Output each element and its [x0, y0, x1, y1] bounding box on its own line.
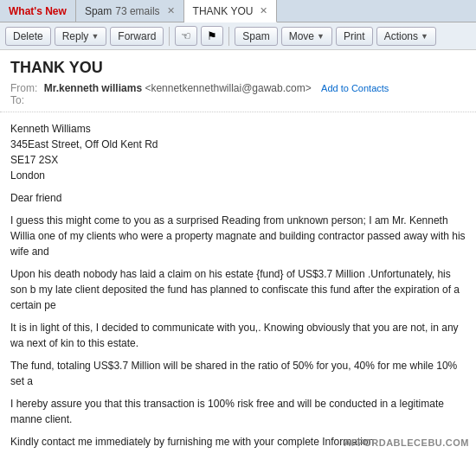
- delete-label: Delete: [13, 30, 43, 42]
- email-to-row: To:: [10, 94, 466, 106]
- reply-button[interactable]: Reply ▼: [55, 27, 107, 46]
- tab-thank-you[interactable]: THANK YOU ✕: [184, 0, 278, 22]
- email-meta: From: Mr.kenneth williams <kennetkenneth…: [0, 80, 476, 112]
- reply-label: Reply: [62, 30, 89, 42]
- tab-whats-new-label: What's New: [9, 5, 67, 17]
- tab-whats-new[interactable]: What's New: [0, 0, 76, 22]
- from-email: <kennetkennethwillai@gawab.com>: [145, 82, 311, 94]
- tab-spam[interactable]: Spam 73 emails ✕: [76, 0, 184, 22]
- forward-button[interactable]: Forward: [110, 27, 164, 46]
- move-label: Move: [289, 30, 314, 42]
- email-subject: THANK YOU: [0, 50, 476, 80]
- forward-label: Forward: [118, 30, 156, 42]
- body-paragraph: Dear friend: [10, 190, 466, 206]
- from-name: Mr.kenneth williams: [44, 82, 142, 94]
- body-paragraph: Upon his death nobody has laid a claim o…: [10, 266, 466, 313]
- tab-thank-you-label: THANK YOU: [193, 5, 254, 17]
- tab-spam-close[interactable]: ✕: [167, 5, 175, 16]
- tab-spam-label: Spam: [85, 5, 112, 17]
- move-button[interactable]: Move ▼: [281, 27, 332, 46]
- actions-label: Actions: [384, 30, 418, 42]
- hand-icon-button[interactable]: ☜: [175, 26, 197, 46]
- email-from-row: From: Mr.kenneth williams <kennetkenneth…: [10, 82, 466, 94]
- flag-icon-button[interactable]: ⚑: [201, 26, 223, 46]
- body-paragraph: It is in light of this, I decided to com…: [10, 320, 466, 351]
- actions-arrow-icon: ▼: [421, 32, 428, 41]
- watermark: AFFORDABLECEBU.COM: [344, 437, 469, 448]
- spam-label: Spam: [242, 30, 269, 42]
- add-contact-link[interactable]: Add to Contacts: [321, 83, 389, 93]
- email-body: Kenneth Williams345East Street, Off Old …: [0, 112, 476, 453]
- print-button[interactable]: Print: [336, 27, 373, 46]
- toolbar-separator-2: [228, 27, 229, 46]
- body-paragraph: Kenneth Williams345East Street, Off Old …: [10, 121, 466, 183]
- move-arrow-icon: ▼: [317, 32, 325, 41]
- print-label: Print: [344, 30, 365, 42]
- reply-arrow-icon: ▼: [91, 32, 99, 41]
- body-paragraph: I hereby assure you that this transactio…: [10, 396, 466, 427]
- body-paragraph: I guess this might come to you as a surp…: [10, 213, 466, 259]
- actions-button[interactable]: Actions ▼: [376, 27, 436, 46]
- tab-spam-count: 73 emails: [115, 5, 159, 17]
- toolbar: Delete Reply ▼ Forward ☜ ⚑ Spam Move ▼ P…: [0, 22, 476, 50]
- body-paragraph: The fund, totaling US$3.7 Million will b…: [10, 358, 466, 389]
- tab-thank-you-close[interactable]: ✕: [260, 5, 267, 16]
- spam-button[interactable]: Spam: [235, 27, 277, 46]
- from-label: From:: [10, 82, 37, 94]
- toolbar-separator-1: [169, 27, 170, 46]
- delete-button[interactable]: Delete: [5, 27, 51, 46]
- to-label: To:: [10, 94, 24, 106]
- tab-bar: What's New Spam 73 emails ✕ THANK YOU ✕: [0, 0, 476, 22]
